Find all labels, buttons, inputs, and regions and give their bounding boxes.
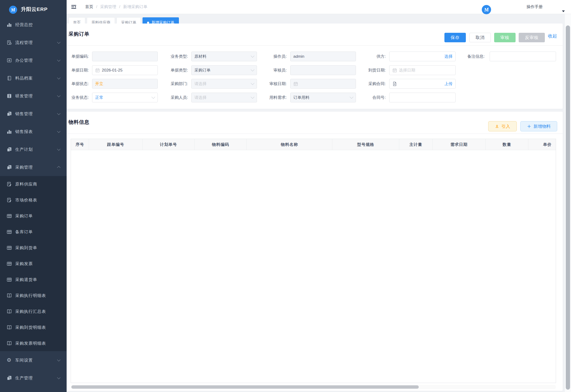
biz-status-field[interactable]: 正常 xyxy=(92,93,158,102)
chevron-down-icon xyxy=(57,358,60,361)
chevron-down-icon xyxy=(350,95,354,99)
biz-status-value: 正常 xyxy=(95,95,103,100)
pages-icon xyxy=(7,375,12,381)
contract-no-label: 合同号: xyxy=(355,93,386,102)
user-caret-icon[interactable] xyxy=(562,11,565,12)
purchase-dept-field: 请选择 xyxy=(191,79,257,89)
auditor-label: 审核员: xyxy=(256,65,287,75)
avatar-letter: M xyxy=(484,6,489,13)
pages-icon xyxy=(7,111,12,116)
office-icon xyxy=(7,58,12,63)
sidebar-item-7[interactable]: 销售报表 xyxy=(0,123,67,140)
sidebar-item-18[interactable]: 采购执行汇总表 xyxy=(0,303,67,319)
sidebar-item-label: 流程管理 xyxy=(15,40,33,45)
sidebar-item-label: 车间设置 xyxy=(15,357,33,363)
column-header-4: 物料编码 xyxy=(195,139,247,150)
sidebar-item-15[interactable]: 采购发票 xyxy=(0,256,67,272)
purchase-dept-label: 采购部门: xyxy=(157,79,188,89)
supplier-link[interactable]: 选择 xyxy=(444,54,452,59)
sidebar-item-2[interactable]: 流程管理 xyxy=(0,33,67,51)
sidebar-item-12[interactable]: 采购订单 xyxy=(0,208,67,224)
materials-title: 物料信息 xyxy=(69,119,90,126)
app-title: 升阳云ERP xyxy=(21,0,48,16)
sidebar-item-5[interactable]: 研发管理 xyxy=(0,87,67,105)
arrival-date-field[interactable]: 选择日期 xyxy=(389,65,456,75)
sidebar-item-9[interactable]: 采购管理 xyxy=(0,158,67,176)
doc-code-label: 单据编码: xyxy=(67,52,89,61)
sidebar-item-20[interactable]: 采购发票明细表 xyxy=(0,335,67,351)
sidebar-item-label: 市场价格表 xyxy=(15,197,37,203)
sidebar-item-14[interactable]: 采购到货单 xyxy=(0,240,67,256)
app-root: M 升阳云ERP 经营总控流程管理办公管理料品档案研发管理销售管理销售报表生产计… xyxy=(0,0,571,392)
purchase-contract-field[interactable]: 上传 xyxy=(389,79,456,89)
manual-link[interactable]: 操作手册 xyxy=(526,0,543,14)
horizontal-scrollbar[interactable] xyxy=(71,385,556,389)
order-title: 采购订单 xyxy=(69,31,90,37)
material-demand-field: 订单用料 xyxy=(290,93,356,102)
pages-icon xyxy=(7,165,12,170)
cancel-button[interactable]: 取消 xyxy=(469,33,491,42)
breadcrumb-item-2[interactable]: 采购管理 xyxy=(100,4,116,9)
logo-row[interactable]: M 升阳云ERP xyxy=(0,0,67,16)
breadcrumb-separator: / xyxy=(119,4,120,9)
table-body-empty xyxy=(71,150,556,383)
chart-icon xyxy=(7,129,12,134)
save-button[interactable]: 保存 xyxy=(444,33,466,42)
add-material-button[interactable]: 新增物料 xyxy=(520,121,557,131)
breadcrumb-item-1[interactable]: 首页 xyxy=(85,4,93,9)
calendar-icon xyxy=(95,68,100,73)
sidebar-item-label: 研发管理 xyxy=(15,93,33,99)
sidebar-item-label: 原料供应商 xyxy=(15,181,37,187)
menu-fold-icon[interactable] xyxy=(71,4,77,10)
book-open-icon xyxy=(7,341,12,346)
pages-icon xyxy=(7,147,12,152)
sidebar-item-11[interactable]: 市场价格表 xyxy=(0,192,67,208)
chevron-down-icon xyxy=(251,81,255,85)
avatar[interactable]: M xyxy=(482,5,491,14)
supplier-field[interactable]: 选择 xyxy=(389,52,456,61)
sidebar-item-19[interactable]: 采购到货明细表 xyxy=(0,319,67,335)
audit-button[interactable]: 审核 xyxy=(494,33,516,42)
sidebar-item-4[interactable]: 料品档案 xyxy=(0,69,67,87)
sidebar-item-label: 生产计划 xyxy=(15,147,33,152)
chevron-up-icon xyxy=(57,166,60,169)
chevron-down-icon xyxy=(57,76,60,79)
import-button[interactable]: 引入 xyxy=(488,121,517,131)
doc-date-field[interactable]: 2026-01-25 xyxy=(92,65,158,75)
sidebar-item-10[interactable]: 原料供应商 xyxy=(0,176,67,192)
chevron-down-icon xyxy=(57,376,60,379)
purchase-person-placeholder: 请选择 xyxy=(194,95,207,100)
sidebar-item-22[interactable]: 生产管理 xyxy=(0,369,67,387)
sidebar-item-8[interactable]: 生产计划 xyxy=(0,140,67,158)
sidebar-item-label: 办公管理 xyxy=(15,57,33,63)
sidebar-item-23[interactable]: 加工车间 xyxy=(0,387,67,392)
sidebar-item-17[interactable]: 采购执行明细表 xyxy=(0,287,67,303)
purchase-contract-label: 采购合同: xyxy=(355,79,386,89)
sidebar-item-21[interactable]: ⚙车间设置 xyxy=(0,351,67,369)
materials-table: 序号跟单编号计划单号物料编码物料名称型号规格主计量需求日期数量单价 xyxy=(71,139,556,383)
column-header-9: 数量 xyxy=(486,139,528,150)
logo-letter: M xyxy=(11,7,15,13)
horizontal-scrollbar-thumb[interactable] xyxy=(71,385,419,389)
column-header-3: 计划单号 xyxy=(143,139,195,150)
unaudit-button[interactable]: 反审核 xyxy=(519,33,545,42)
contract-no-field[interactable] xyxy=(389,93,456,102)
vertical-scrollbar-thumb[interactable] xyxy=(566,25,570,390)
chevron-down-icon xyxy=(151,95,155,99)
collapse-link[interactable]: 收起 xyxy=(548,33,557,39)
chevron-down-icon xyxy=(251,95,255,99)
sidebar-item-label: 采购执行汇总表 xyxy=(15,308,46,314)
sidebar-item-13[interactable]: 备库订单 xyxy=(0,224,67,240)
sidebar-item-3[interactable]: 办公管理 xyxy=(0,51,67,69)
purchase-contract-link[interactable]: 上传 xyxy=(444,81,452,86)
material-demand-label: 用料需求: xyxy=(256,93,287,102)
sidebar-item-label: 销售管理 xyxy=(15,111,33,117)
operator-label: 操作员: xyxy=(256,52,287,61)
sidebar-item-label: 备库订单 xyxy=(15,229,33,235)
doc-date-label: 单据日期: xyxy=(67,65,89,75)
sidebar-item-16[interactable]: 采购退货单 xyxy=(0,272,67,287)
flow-icon xyxy=(7,40,12,45)
sidebar-item-1[interactable]: 经营总控 xyxy=(0,16,67,33)
sidebar-item-6[interactable]: 销售管理 xyxy=(0,105,67,123)
remark-field[interactable] xyxy=(490,52,556,61)
